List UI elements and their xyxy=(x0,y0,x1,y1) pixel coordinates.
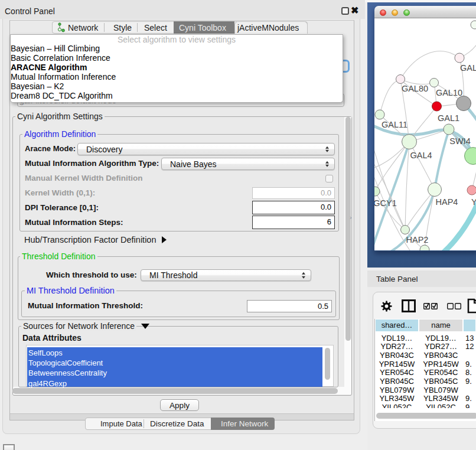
svg-text:HAP4: HAP4 xyxy=(436,197,458,207)
svg-text:GAL1: GAL1 xyxy=(438,113,459,123)
svg-text:HAP2: HAP2 xyxy=(406,235,429,244)
svg-text:GAL80: GAL80 xyxy=(402,84,428,93)
svg-text:GAL2: GAL2 xyxy=(460,63,476,73)
svg-text:GAL10: GAL10 xyxy=(436,88,462,97)
svg-text:YM: YM xyxy=(471,197,476,207)
svg-text:GCY1: GCY1 xyxy=(374,198,397,208)
svg-text:SWI4: SWI4 xyxy=(449,136,470,146)
svg-text:GAL11: GAL11 xyxy=(382,120,407,129)
svg-text:GAL4: GAL4 xyxy=(410,151,432,160)
